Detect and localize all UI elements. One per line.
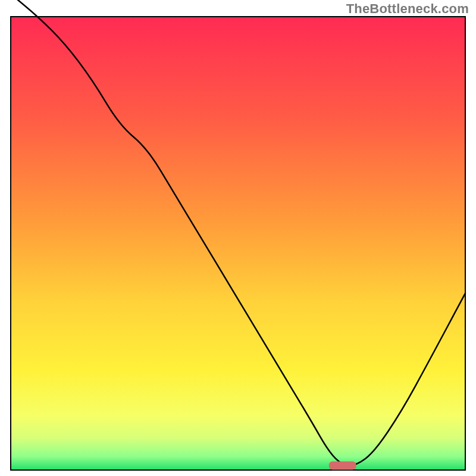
optimum-marker <box>329 461 356 469</box>
chart-svg <box>0 0 476 476</box>
chart-stage: TheBottleneck.com <box>0 0 476 476</box>
plot-background <box>11 17 465 470</box>
